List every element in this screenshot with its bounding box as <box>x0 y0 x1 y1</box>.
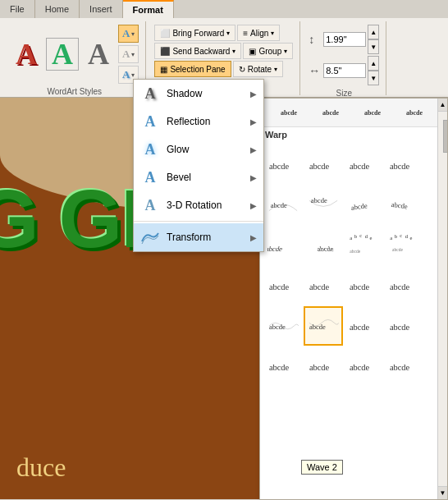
bring-forward-arrow[interactable]: ▾ <box>226 30 230 37</box>
tab-file[interactable]: File <box>0 0 35 18</box>
svg-text:b: b <box>395 234 398 239</box>
transform-cell-3-1[interactable]: abcde <box>263 226 303 265</box>
width-icon: ↔ <box>309 64 322 77</box>
wordart-btn-2[interactable]: A <box>46 38 79 71</box>
svg-text:a: a <box>390 235 392 241</box>
rotate-icon: ↻ <box>239 65 245 74</box>
svg-text:abcde: abcde <box>309 323 326 331</box>
height-up-button[interactable]: ▲ <box>368 25 379 39</box>
svg-text:abcde: abcde <box>267 245 283 253</box>
wordart-btn-1[interactable]: A <box>10 38 43 71</box>
align-icon: ≡ <box>243 29 248 38</box>
svg-text:d: d <box>405 234 409 239</box>
transform-cell-3-4[interactable]: a b c d e abcde <box>384 226 423 265</box>
shadow-menu-item[interactable]: A Shadow ▶ <box>134 80 263 108</box>
text-outline-button[interactable]: A ▾ <box>118 45 139 63</box>
transform-cell-4-4[interactable]: abcde <box>384 266 423 305</box>
transform-cell-wave1[interactable]: abcde <box>263 306 303 346</box>
transform-cell-2-2[interactable]: abcde <box>304 186 343 225</box>
transform-cell-4-3[interactable]: abcde <box>344 266 383 305</box>
transform-cell-wave2[interactable]: abcde <box>304 306 343 346</box>
transform-submenu-arrow: ▶ <box>250 233 257 242</box>
3d-rotation-menu-item[interactable]: A 3-D Rotation ▶ <box>134 191 263 219</box>
transform-cell-4-1[interactable]: abcde <box>263 266 303 305</box>
tab-insert[interactable]: Insert <box>80 0 123 18</box>
dropdown-arrow-icon3: ▾ <box>131 71 135 79</box>
transform-none-1[interactable]: abcde <box>268 103 309 122</box>
height-row: ↕ ▲ ▼ <box>309 25 379 54</box>
tab-format[interactable]: Format <box>123 0 174 18</box>
selection-pane-icon: ▦ <box>160 65 167 74</box>
scroll-thumb[interactable] <box>443 120 449 153</box>
transform-cell-2-3[interactable]: abcde <box>344 186 383 225</box>
transform-cell-1-3[interactable]: abcde <box>344 145 383 185</box>
transform-none-4[interactable]: abcde <box>394 103 435 122</box>
transform-cell-3-2[interactable]: abcde <box>304 226 343 265</box>
transform-cell-6-4[interactable]: abcde <box>384 346 423 386</box>
transform-cell-5-4[interactable]: abcde <box>384 306 423 346</box>
transform-cell-1-4[interactable]: abcde <box>384 145 423 185</box>
svg-text:c: c <box>400 234 402 238</box>
text-effects-dropdown: A Shadow ▶ A Reflection ▶ A Glow ▶ A Bev… <box>133 79 264 252</box>
svg-text:c: c <box>359 234 362 238</box>
align-button[interactable]: ≡ Align ▾ <box>237 25 280 41</box>
transform-cell-6-1[interactable]: abcde <box>263 346 303 386</box>
transform-none-2[interactable]: abcde <box>310 103 351 122</box>
width-up-button[interactable]: ▲ <box>368 56 379 71</box>
reflection-submenu-arrow: ▶ <box>250 117 257 126</box>
scroll-down-button[interactable]: ▼ <box>438 486 448 499</box>
width-input[interactable] <box>323 63 366 78</box>
wordart-styles-group: A A A A ▾ A ▾ A ▾ <box>3 21 146 95</box>
selection-pane-label: Selection Pane <box>170 65 225 74</box>
transform-grid: abcde abcde abcde abcde abcde <box>260 142 447 389</box>
text-fill-button[interactable]: A ▾ <box>118 25 139 43</box>
transform-cell-2-4[interactable]: abcde <box>384 186 423 225</box>
svg-text:abcde: abcde <box>316 245 335 253</box>
svg-text:abcde: abcde <box>350 363 370 372</box>
transform-menu-icon <box>140 227 160 247</box>
send-backward-arrow[interactable]: ▾ <box>232 48 235 55</box>
transform-cell-3-3[interactable]: a b c d e abcde <box>344 226 383 265</box>
bring-forward-button[interactable]: ⬜ Bring Forward ▾ <box>154 25 235 41</box>
transform-cell-2-1[interactable]: abcde <box>263 186 303 225</box>
rotate-button[interactable]: ↻ Rotate ▾ <box>233 61 283 77</box>
transform-cell-5-3[interactable]: abcde <box>344 306 383 346</box>
svg-text:abcde: abcde <box>391 200 408 211</box>
svg-text:a: a <box>350 235 352 241</box>
tab-home[interactable]: Home <box>35 0 80 18</box>
reflection-menu-item[interactable]: A Reflection ▶ <box>134 108 263 135</box>
transform-none-3[interactable]: abcde <box>352 103 393 122</box>
svg-text:abcde: abcde <box>269 162 290 171</box>
svg-text:abcde: abcde <box>392 247 404 252</box>
transform-menu-item[interactable]: Transform ▶ <box>134 223 263 251</box>
svg-text:abcde: abcde <box>271 201 287 209</box>
transform-cell-6-3[interactable]: abcde <box>344 346 383 386</box>
bring-forward-label: Bring Forward <box>172 29 224 38</box>
arrange-row-2: ⬛ Send Backward ▾ ▣ Group ▾ <box>154 43 293 59</box>
selection-pane-button[interactable]: ▦ Selection Pane <box>154 61 231 77</box>
3d-rotation-menu-label: 3-D Rotation <box>167 200 244 211</box>
glow-menu-label: Glow <box>167 144 244 155</box>
glow-menu-item[interactable]: A Glow ▶ <box>134 135 263 163</box>
wordart-btn-3[interactable]: A <box>82 38 115 71</box>
wave2-tooltip: Wave 2 <box>301 460 343 475</box>
scrollbar: ▲ ▼ <box>437 99 447 499</box>
transform-cell-4-2[interactable]: abcde <box>304 266 343 305</box>
width-down-button[interactable]: ▼ <box>368 71 379 85</box>
transform-cell-1-2[interactable]: abcde <box>304 145 343 185</box>
group-arrow[interactable]: ▾ <box>284 48 287 55</box>
transform-cell-6-2[interactable]: abcde <box>304 346 343 386</box>
rotate-arrow[interactable]: ▾ <box>274 66 277 73</box>
height-input[interactable] <box>323 32 366 47</box>
group-button[interactable]: ▣ Group ▾ <box>243 43 293 59</box>
transform-cell-1-1[interactable]: abcde <box>263 145 303 185</box>
align-arrow[interactable]: ▾ <box>271 30 274 37</box>
svg-text:e: e <box>369 235 372 241</box>
svg-text:abcde: abcde <box>390 162 410 171</box>
send-backward-button[interactable]: ⬛ Send Backward ▾ <box>154 43 241 59</box>
scroll-up-button[interactable]: ▲ <box>438 99 448 112</box>
size-group: ↕ ▲ ▼ ↔ ▲ ▼ Size <box>302 21 386 95</box>
arrange-row-1: ⬜ Bring Forward ▾ ≡ Align ▾ <box>154 25 280 41</box>
height-down-button[interactable]: ▼ <box>368 39 379 54</box>
bevel-menu-item[interactable]: A Bevel ▶ <box>134 163 263 191</box>
